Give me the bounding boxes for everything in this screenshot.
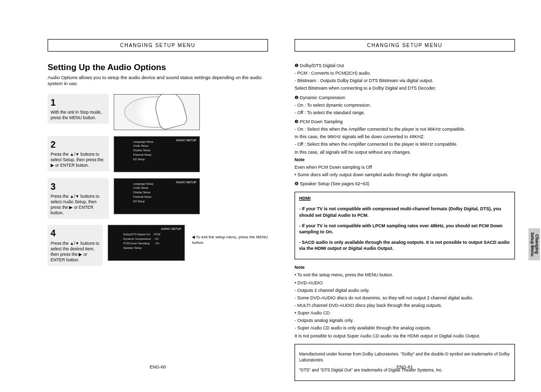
- opt3-a: - On : Select this when the Amplifier co…: [295, 126, 515, 132]
- opt1-b: - Bitstream : Outputs Dolby Digital or D…: [295, 78, 515, 84]
- note1-b: • Some discs will only output down sampl…: [295, 172, 515, 178]
- step-3-text: Press the ▲/▼ buttons to select Audio Se…: [51, 194, 99, 215]
- header-left: CHANGING SETUP MENU: [48, 39, 268, 52]
- opt2-b: - Off : To select the standard range.: [295, 110, 515, 116]
- step-1-text: With the unit in Stop mode, press the ME…: [51, 110, 102, 120]
- opt3-title: ❸ PCM Down Sampling: [295, 119, 515, 125]
- opt3-b: - Off : Select this when the Amplifier c…: [295, 141, 515, 147]
- step-3-image: Language Setup Audio Setup Display Setup…: [114, 178, 200, 214]
- step-2-image: Language Setup Audio Setup Display Setup…: [114, 136, 200, 172]
- side-tab: Changing Setup Menu: [528, 228, 540, 260]
- opt2-a: - On : To select dynamic compression.: [295, 102, 515, 108]
- note1-a: Even when PCM Down sampling is Off: [295, 164, 515, 170]
- setup-menu-list: Language Setup Audio Setup Display Setup…: [133, 140, 153, 162]
- step-1: 1 With the unit in Stop mode, press the …: [48, 94, 268, 130]
- step-4-num: 4: [51, 228, 100, 239]
- setup-menu-list-2: Language Setup Audio Setup Display Setup…: [133, 182, 153, 204]
- hdmi-box: HDMI - If your TV is not compatible with…: [295, 192, 515, 259]
- legal-box: Manufactured under license from Dolby La…: [295, 344, 515, 381]
- audio-menu-list: Dolby/DTS Digital Out : PCM Dynamic Comp…: [123, 232, 160, 250]
- step-1-image: [114, 94, 200, 130]
- opt1-title: ❶ Dolby/DTS Digital Out: [295, 63, 515, 69]
- step-3-num: 3: [51, 181, 106, 193]
- opt1-a: - PCM : Converts to PCM(2CH) audio.: [295, 70, 515, 76]
- options-body: ❶ Dolby/DTS Digital Out - PCM : Converts…: [295, 63, 515, 187]
- note2-body: Note • To exit the setup menu, press the…: [295, 264, 515, 338]
- note2-c1: - Outputs analog signals only.: [295, 317, 515, 323]
- page-number-right: ENG-61: [295, 364, 515, 369]
- left-page: CHANGING SETUP MENU Setting Up the Audio…: [48, 39, 268, 369]
- legal-a: Manufactured under license from Dolby La…: [299, 351, 510, 363]
- opt3-a2: In this case, the 96KHz signals will be …: [295, 134, 515, 140]
- header-right: CHANGING SETUP MENU: [295, 39, 515, 52]
- intro-text: Audio Options allows you to setup the au…: [48, 75, 268, 87]
- step-4-text: Press the ▲/▼ buttons to select the desi…: [51, 241, 99, 262]
- note2-title: Note: [295, 264, 515, 270]
- opt4: ❹ Speaker Setup (See pages 62~63): [295, 181, 515, 187]
- opt1-b2: Select Bitstream when connecting to a Do…: [295, 85, 515, 91]
- section-title: Setting Up the Audio Options: [48, 63, 268, 73]
- note2-b1: - Outputs 2 channel digital audio only.: [295, 287, 515, 293]
- note2-c: • Super Audio CD: [295, 310, 515, 316]
- step-2-num: 2: [51, 139, 106, 151]
- hdmi-c: - SACD audio is only available through t…: [299, 239, 510, 251]
- note2-c3: It is not possible to output Super Audio…: [295, 333, 515, 339]
- exit-note-left: To exit the setup menu, press the MENU b…: [192, 235, 268, 245]
- opt2-title: ❷.Dynamic Compression: [295, 95, 515, 101]
- note2-b: • DVD-AUDIO: [295, 280, 515, 286]
- step-3: 3 Press the ▲/▼ buttons to select Audio …: [48, 178, 268, 219]
- step-1-num: 1: [51, 97, 106, 109]
- opt3-b2: In this case, all signals will be output…: [295, 149, 515, 155]
- step-4-image: Dolby/DTS Digital Out : PCM Dynamic Comp…: [108, 225, 185, 261]
- right-page: CHANGING SETUP MENU ❶ Dolby/DTS Digital …: [295, 39, 515, 369]
- step-4: 4 Press the ▲/▼ buttons to select the de…: [48, 225, 268, 266]
- note2-b3: - MULTI channel DVD-AUDIO discs play bac…: [295, 302, 515, 308]
- note2-c2: - Super Audio CD audio is only available…: [295, 325, 515, 331]
- note2-b2: - Some DVD-AUDIO discs do not downmix, s…: [295, 295, 515, 301]
- page-number-left: ENG-60: [48, 364, 268, 369]
- note1-title: Note: [295, 157, 515, 163]
- hdmi-label: HDMI: [299, 196, 311, 201]
- step-2: 2 Press the ▲/▼ buttons to select Setup,…: [48, 136, 268, 172]
- hdmi-b: - If your TV is not compatible with LPCM…: [299, 223, 510, 235]
- step-2-text: Press the ▲/▼ buttons to select Setup, t…: [51, 152, 103, 168]
- hdmi-a: - If your TV is not compatible with comp…: [299, 206, 510, 218]
- note2-a: • To exit the setup menu, press the MENU…: [295, 272, 515, 278]
